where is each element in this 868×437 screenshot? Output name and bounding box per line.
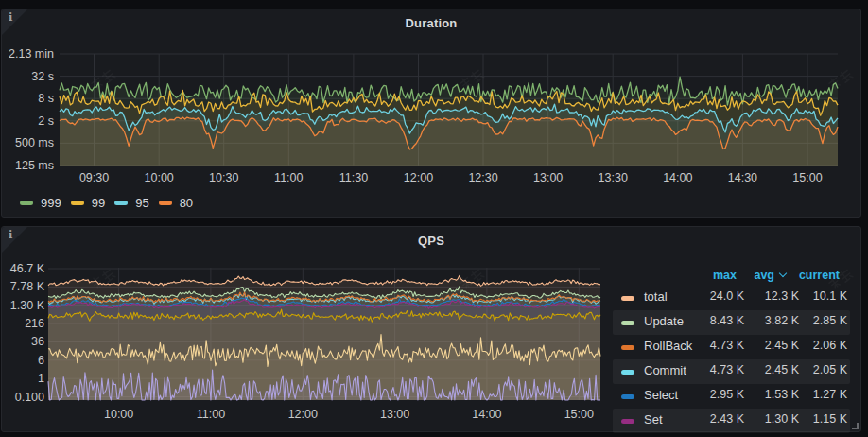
legend-value-avg: 12.3 K: [765, 289, 799, 303]
x-tick-label: 11:30: [339, 171, 368, 184]
y-tick-label: 8 s: [2, 92, 54, 105]
legend-header-label: avg: [754, 269, 774, 282]
legend-value-current: 10.1 K: [813, 289, 847, 303]
legend-row-Update[interactable]: Update8.43 K3.82 K2.85 K: [613, 310, 850, 335]
y-tick-label: 0.100: [2, 391, 44, 404]
y-tick-label: 2.13 min: [2, 47, 54, 61]
legend-value-avg: 3.82 K: [765, 314, 799, 327]
y-tick-label: 32 s: [2, 70, 54, 83]
y-tick-label: 216: [2, 317, 44, 330]
y-tick-label: 2 s: [2, 114, 54, 128]
legend-header-label: max: [713, 269, 737, 282]
y-tick-label: 125 ms: [2, 159, 54, 172]
grafana-dashboard: {"page":{"bg":"#0c0d10","panel_bg":"#191…: [0, 0, 868, 437]
legend-swatch: [71, 201, 84, 205]
y-tick-label: 36: [2, 335, 44, 348]
legend-label: 95: [135, 196, 148, 210]
legend-label: 999: [41, 196, 61, 210]
legend-series-label[interactable]: Select: [644, 388, 678, 402]
legend-series-label[interactable]: Update: [644, 314, 684, 328]
sort-desc-chevron-icon: [779, 271, 788, 279]
legend-item-95[interactable]: 95: [114, 196, 148, 210]
legend-value-current: 1.15 K: [813, 412, 847, 426]
legend-value-avg: 1.30 K: [765, 412, 799, 426]
panel-title-duration[interactable]: Duration: [2, 16, 860, 30]
legend-series-label[interactable]: Commit: [644, 363, 686, 377]
legend-item-99[interactable]: 99: [71, 196, 105, 210]
x-tick-label: 15:00: [792, 171, 822, 184]
x-tick-label: 12:00: [288, 408, 318, 421]
legend-value-max: 2.95 K: [710, 388, 744, 401]
legend-header-label: current: [799, 269, 840, 282]
legend-value-avg: 2.45 K: [765, 339, 799, 352]
legend-series-label[interactable]: RollBack: [644, 339, 692, 353]
duration-legend: 999999580: [20, 194, 202, 211]
x-tick-label: 12:30: [468, 171, 497, 184]
legend-row-RollBack[interactable]: RollBack4.73 K2.45 K2.06 K: [613, 335, 850, 359]
legend-value-current: 1.27 K: [813, 388, 847, 401]
qps-chart[interactable]: [48, 268, 600, 400]
legend-series-label[interactable]: total: [644, 289, 668, 304]
legend-swatch: [114, 201, 128, 205]
legend-row-Select[interactable]: Select2.95 K1.53 K1.27 K: [613, 384, 850, 409]
qps-chart-svg: [48, 268, 600, 400]
legend-value-current: 2.85 K: [813, 314, 847, 327]
legend-series-label[interactable]: Set: [644, 412, 663, 427]
x-tick-label: 13:30: [599, 171, 628, 184]
x-tick-label: 09:30: [79, 171, 109, 184]
x-tick-label: 11:00: [274, 171, 303, 184]
legend-value-current: 2.05 K: [813, 363, 847, 376]
y-tick-label: 1: [2, 372, 44, 385]
legend-row-Commit[interactable]: Commit4.73 K2.45 K2.05 K: [613, 359, 850, 384]
x-tick-label: 14:30: [728, 171, 757, 184]
legend-row-Set[interactable]: Set2.43 K1.30 K1.15 K: [613, 409, 850, 433]
legend-swatch: [621, 321, 634, 325]
panel-qps: i QPS maxavgcurrenttotal24.0 K12.3 K10.1…: [1, 226, 861, 432]
x-tick-label: 13:00: [533, 171, 563, 184]
duration-chart[interactable]: [60, 54, 838, 166]
y-tick-label: 500 ms: [2, 136, 54, 149]
legend-label: 80: [180, 196, 193, 210]
legend-header-max[interactable]: max: [713, 269, 737, 282]
legend-swatch: [621, 419, 634, 424]
legend-value-max: 8.43 K: [710, 314, 744, 327]
y-tick-label: 6: [2, 354, 44, 367]
legend-label: 99: [92, 196, 105, 210]
x-tick-label: 10:30: [209, 171, 238, 184]
x-tick-label: 12:00: [404, 171, 433, 184]
legend-swatch: [621, 370, 634, 375]
legend-swatch: [159, 201, 172, 205]
panel-title-qps[interactable]: QPS: [2, 234, 860, 248]
legend-item-999[interactable]: 999: [20, 196, 61, 210]
legend-value-avg: 2.45 K: [765, 363, 799, 376]
x-tick-label: 10:00: [104, 408, 133, 421]
legend-value-max: 4.73 K: [710, 363, 744, 376]
x-tick-label: 10:00: [145, 171, 174, 184]
panel-duration: i Duration 999999580 09:3010:0010:3011:0…: [1, 9, 861, 218]
panel-resize-grip[interactable]: [852, 423, 859, 429]
x-tick-label: 15:00: [564, 408, 594, 421]
legend-value-max: 2.43 K: [710, 412, 744, 426]
legend-value-max: 24.0 K: [710, 289, 744, 303]
legend-swatch: [621, 394, 634, 399]
legend-swatch: [621, 296, 634, 301]
legend-swatch: [20, 201, 33, 205]
legend-header-avg[interactable]: avg: [754, 269, 788, 282]
y-tick-label: 46.7 K: [2, 262, 44, 275]
x-tick-label: 14:00: [472, 408, 501, 421]
qps-legend-table: maxavgcurrenttotal24.0 K12.3 K10.1 KUpda…: [613, 269, 850, 433]
y-tick-label: 7.78 K: [2, 280, 44, 293]
legend-value-current: 2.06 K: [813, 339, 847, 352]
x-tick-label: 13:00: [380, 408, 409, 421]
x-tick-label: 14:00: [663, 171, 692, 184]
legend-swatch: [621, 345, 634, 350]
legend-header-current[interactable]: current: [799, 269, 840, 282]
x-tick-label: 11:00: [197, 408, 225, 421]
y-tick-label: 1.30 K: [2, 299, 44, 312]
legend-row-total[interactable]: total24.0 K12.3 K10.1 K: [613, 286, 850, 310]
duration-chart-svg: [60, 54, 838, 166]
legend-value-max: 4.73 K: [710, 339, 744, 352]
legend-item-80[interactable]: 80: [159, 196, 193, 210]
legend-value-avg: 1.53 K: [765, 388, 799, 401]
